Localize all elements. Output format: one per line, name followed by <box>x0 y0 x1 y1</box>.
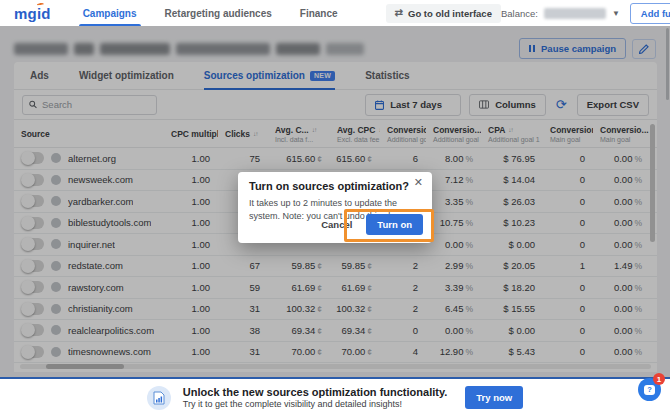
chat-widget-button[interactable]: ? 1 <box>638 378 661 401</box>
dialog-title: Turn on sources optimization? <box>249 180 409 192</box>
top-nav: mgid Campaigns Retargeting audiences Fin… <box>0 0 670 26</box>
close-icon[interactable]: ✕ <box>414 177 423 188</box>
chat-notification-badge: 1 <box>653 373 665 385</box>
balance-label: Balance: <box>501 8 538 19</box>
mgid-logo-text: mgid <box>14 5 51 22</box>
balance-dropdown[interactable]: Balance: ▼ <box>501 8 620 19</box>
turn-on-button[interactable]: Turn on <box>366 214 423 235</box>
mgid-logo[interactable]: mgid <box>14 6 51 21</box>
nav-tab-campaigns[interactable]: Campaigns <box>69 0 151 26</box>
chevron-down-icon: ▼ <box>612 9 620 18</box>
swap-icon: ⇄ <box>395 8 403 18</box>
nav-right: Balance: ▼ Add funds <box>501 3 670 24</box>
promo-banner: Unlock the new sources optimization func… <box>0 377 670 416</box>
document-chart-icon <box>147 386 171 410</box>
try-now-button[interactable]: Try now <box>465 386 523 409</box>
add-funds-button[interactable]: Add funds <box>630 3 670 24</box>
balance-redacted-value <box>544 8 606 19</box>
banner-title: Unlock the new sources optimization func… <box>183 386 447 398</box>
turn-on-sources-optimization-dialog: Turn on sources optimization? ✕ It takes… <box>238 172 432 243</box>
dialog-actions: Cancel Turn on <box>313 214 423 235</box>
banner-subtitle: Try it to get the complete visibility an… <box>183 399 447 409</box>
chat-bubble-icon: ? <box>644 385 655 395</box>
go-to-old-interface-label: Go to old interface <box>408 8 492 19</box>
go-to-old-interface-button[interactable]: ⇄ Go to old interface <box>386 4 501 23</box>
nav-tab-retargeting-audiences[interactable]: Retargeting audiences <box>151 0 286 26</box>
nav-tab-finance[interactable]: Finance <box>286 0 352 26</box>
banner-texts: Unlock the new sources optimization func… <box>183 386 447 409</box>
cancel-button[interactable]: Cancel <box>313 214 360 235</box>
logo-accent <box>36 2 43 6</box>
nav-tabs: Campaigns Retargeting audiences Finance <box>69 0 352 26</box>
